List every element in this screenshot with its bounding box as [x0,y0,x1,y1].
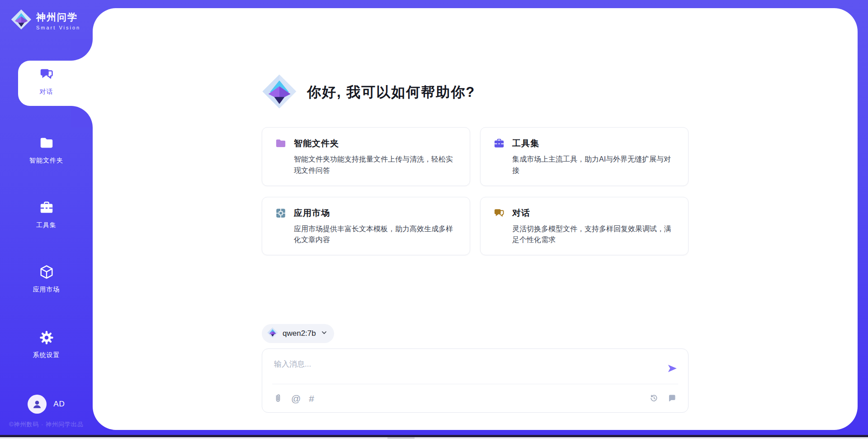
card-title: 对话 [512,207,530,219]
user-avatar-icon [28,395,47,414]
attachment-icon[interactable] [273,393,283,403]
mention-icon[interactable]: @ [291,394,301,403]
model-name: qwen2:7b [283,329,316,338]
chat-icon [493,207,505,219]
user-profile[interactable]: AD [0,395,93,414]
folder-icon [39,135,54,151]
card-title: 智能文件夹 [294,138,339,149]
sidebar-item-smart-folder[interactable]: 智能文件夹 [0,135,93,165]
card-app-market[interactable]: 应用市场 应用市场提供丰富长文本模板，助力高效生成多样化文章内容 [262,197,470,256]
feedback-icon[interactable] [667,393,677,403]
card-description: 智能文件夹功能支持批量文件上传与清洗，轻松实现文件问答 [294,154,458,177]
sidebar: 神州问学 Smart Vision 对话 智能文件夹 [0,0,93,439]
card-title: 应用市场 [294,207,330,219]
sidebar-item-label: 对话 [0,88,93,96]
brand-name: 神州问学 [36,11,80,24]
card-toolbox[interactable]: 工具集 集成市场上主流工具，助力AI与外界无缝扩展与对接 [480,127,689,186]
toolbox-icon [493,138,505,149]
sidebar-item-chat[interactable]: 对话 [0,67,93,96]
chat-icon [39,67,54,82]
sidebar-item-label: 系统设置 [0,351,93,359]
chevron-down-icon [321,329,328,338]
model-selector[interactable]: qwen2:7b [262,324,334,343]
folder-icon [275,138,287,149]
sidebar-item-settings[interactable]: 系统设置 [0,330,93,359]
main-panel: 你好, 我可以如何帮助你? 智能文件夹 智能文件夹功能支持批量文件上传与清洗，轻… [93,8,858,430]
sidebar-item-toolbox[interactable]: 工具集 [0,200,93,229]
model-logo-icon [267,327,278,340]
message-composer: @ # [262,348,689,413]
greeting-title: 你好, 我可以如何帮助你? [307,83,475,102]
history-icon[interactable] [649,393,659,403]
card-chat[interactable]: 对话 灵活切换多模型文件，支持多样回复效果调试，满足个性化需求 [480,197,689,256]
greeting: 你好, 我可以如何帮助你? [262,74,689,111]
hash-icon[interactable]: # [309,394,314,403]
horizontal-scrollbar[interactable] [0,437,868,439]
assistant-logo-icon [262,74,297,111]
brand-logo-icon [11,9,32,32]
sidebar-item-app-market[interactable]: 应用市场 [0,264,93,294]
scrollbar-thumb[interactable] [387,437,415,439]
cube-icon [39,264,54,280]
toolbox-icon [39,200,54,215]
card-description: 集成市场上主流工具，助力AI与外界无缝扩展与对接 [512,154,676,177]
sidebar-item-label: 智能文件夹 [0,157,93,165]
card-title: 工具集 [512,138,539,149]
tab-fillet-bottom [71,106,93,128]
gear-icon [39,330,54,345]
composer-toolbar: @ # [262,384,688,412]
grid-icon [275,207,287,219]
message-input[interactable] [262,349,688,384]
brand-subtitle: Smart Vision [36,25,80,30]
feature-cards: 智能文件夹 智能文件夹功能支持批量文件上传与清洗，轻松实现文件问答 [262,127,689,255]
send-icon[interactable] [666,363,678,374]
user-initials: AD [53,400,65,409]
card-description: 灵活切换多模型文件，支持多样回复效果调试，满足个性化需求 [512,224,676,246]
tab-fillet-top [71,39,93,61]
brand: 神州问学 Smart Vision [11,9,80,32]
sidebar-item-label: 工具集 [0,221,93,229]
copyright-footer: ©神州数码 · 神州问学出品 [0,420,93,429]
card-smart-folder[interactable]: 智能文件夹 智能文件夹功能支持批量文件上传与清洗，轻松实现文件问答 [262,127,470,186]
sidebar-item-label: 应用市场 [0,286,93,294]
card-description: 应用市场提供丰富长文本模板，助力高效生成多样化文章内容 [294,224,458,246]
